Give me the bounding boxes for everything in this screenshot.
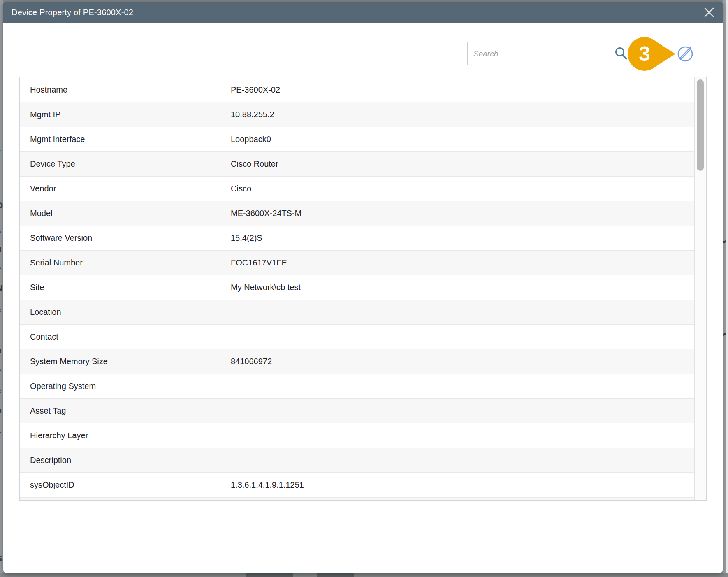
table-row-asset-tag: Asset Tag [20,398,694,423]
property-label: Operating System [20,382,231,391]
close-icon [704,7,714,18]
background-fragment: O [0,201,3,209]
property-label: Software Version [20,233,231,243]
property-label: Asset Tag [20,406,231,416]
table-row-site: Site My Network\cb test [20,275,694,300]
background-fragment: s [0,226,1,235]
property-value: PE-3600X-02 [231,85,694,95]
property-label: Location [20,307,231,317]
property-value: Cisco [231,184,694,193]
table-row-contact: Contact [20,324,694,349]
table-row-serial-number: Serial Number FOC1617V1FE [20,250,694,275]
property-label: Contact [20,332,231,342]
property-label: Description [20,456,231,465]
dialog-title: Device Property of PE-3600X-02 [12,8,133,17]
table-row-hostname: Hostname PE-3600X-02 [20,77,694,102]
edit-button[interactable] [676,44,694,63]
background-fragment: e [0,263,1,272]
table-row-system-memory-size: System Memory Size 841066972 [20,349,694,374]
table-row-sysobjectid: sysObjectID 1.3.6.1.4.1.9.1.1251 [20,472,694,497]
table-row-operating-system: Operating System [20,374,694,398]
background-fragment: s [0,426,1,435]
background-fragment: e [0,365,1,374]
background-fragment: c [0,305,1,314]
table-row-model: Model ME-3600X-24TS-M [20,201,694,226]
background-page-right-edge [723,0,728,577]
background-fragment [317,573,354,577]
table-row-location: Location [20,300,694,324]
property-value: ME-3600X-24TS-M [231,209,694,218]
property-label: Hostname [20,85,231,95]
property-value: 10.88.255.2 [231,110,694,119]
property-label: Mgmt Interface [20,135,231,144]
background-fragment: g [0,244,2,252]
property-label: Model [20,209,231,218]
background-page-bottom-edge [0,573,728,577]
properties-table: Hostname PE-3600X-02 Mgmt IP 10.88.255.2… [19,77,707,501]
background-fragment: N [0,283,2,292]
search-input[interactable] [467,42,631,65]
property-label: Hierarchy Layer [20,431,231,440]
property-label: Device Type [20,159,231,169]
property-value: 15.4(2)S [231,233,694,243]
table-scrollbar-thumb[interactable] [697,79,704,171]
background-fragment: c [0,386,1,395]
property-value: My Network\cb test [231,283,694,292]
property-value: FOC1617V1FE [231,258,694,268]
property-value: 1.3.6.1.4.1.9.1.1251 [231,480,694,490]
table-scrollbar-track[interactable] [694,77,706,500]
annotation-badge: 3 [626,36,677,72]
close-button[interactable] [702,5,716,19]
annotation-badge-number: 3 [639,42,650,65]
dialog-header: Device Property of PE-3600X-02 [3,2,723,23]
property-label: sysObjectID [20,480,231,490]
property-label: Mgmt IP [20,110,231,119]
table-row-mgmt-interface: Mgmt Interface Loopback0 [20,127,694,151]
property-label: Vendor [20,184,231,193]
table-row-software-version: Software Version 15.4(2)S [20,226,694,250]
background-scroll-area [723,0,726,577]
table-row-partial [20,497,694,501]
background-fragment [246,573,293,577]
property-value: Cisco Router [231,159,694,169]
edit-pencil-icon [676,44,694,63]
table-row-vendor: Vendor Cisco [20,176,694,201]
background-fragment: p [0,406,2,414]
background-fragment: S [0,554,2,563]
property-label: System Memory Size [20,357,231,366]
table-row-description: Description [20,448,694,472]
table-row-mgmt-ip: Mgmt IP 10.88.255.2 [20,102,694,127]
table-row-device-type: Device Type Cisco Router [20,151,694,176]
property-value: 841066972 [231,357,694,366]
device-property-dialog: Device Property of PE-3600X-02 3 Hostnam… [3,2,723,573]
property-value: Loopback0 [231,135,694,144]
background-fragment: – [0,145,1,154]
background-fragment: n [0,346,2,354]
properties-rows: Hostname PE-3600X-02 Mgmt IP 10.88.255.2… [20,77,694,501]
left-edge-strip: ▪)i–OsgeNcfnecpsS [0,0,3,577]
annotation-arrow [655,41,675,67]
property-label: Site [20,283,231,292]
table-row-hierarchy-layer: Hierarchy Layer [20,423,694,448]
property-label: Serial Number [20,258,231,268]
search-icon[interactable] [614,47,628,60]
